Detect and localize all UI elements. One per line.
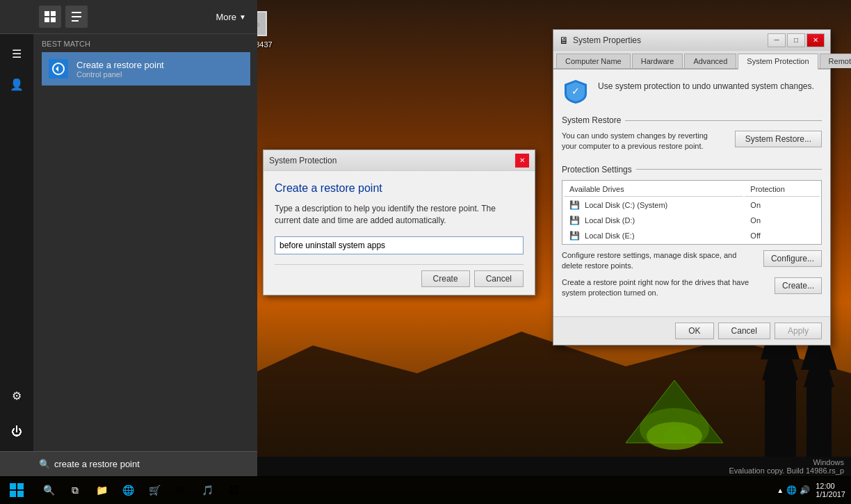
drive-icon-1: 💾 [569,200,580,210]
shield-description: Use system protection to undo unwanted s… [598,78,814,92]
system-protection-heading: Create a restore point [275,182,524,195]
cancel-sys-btn[interactable]: Cancel [718,323,770,339]
best-match-title: Create a restore point [76,60,164,70]
tab-system-protection[interactable]: System Protection [738,54,818,70]
system-properties-tabs: Computer Name Hardware Advanced System P… [553,51,830,70]
protection-settings-label: Protection Settings [562,165,632,174]
best-match-item[interactable]: Create a restore point Control panel [42,52,250,86]
section-line-1 [625,120,822,121]
taskbar-icons: 🔍 ⧉ 📁 🌐 🛒 ✉ 🎵 🖼 [33,478,777,503]
system-properties-window: 🖥 System Properties ─ □ ✕ Computer Name … [553,29,831,346]
system-restore-btn[interactable]: System Restore... [735,131,822,147]
system-properties-body: ✓ Use system protection to undo unwanted… [553,70,830,312]
system-properties-footer: OK Cancel Apply [553,316,830,345]
sidebar-icon-settings[interactable]: ⚙ [3,382,31,409]
watermark-line2: Evaluation copy. Build 14986.rs_p [729,466,844,475]
taskbar-store-icon[interactable]: 🛒 [142,478,167,503]
system-restore-label: System Restore [562,115,621,125]
taskbar-arrow-icon[interactable]: ▲ [777,487,784,494]
system-protection-dialog: System Protection ✕ Create a restore poi… [263,149,535,295]
start-panel: More ▼ Best match Create a restore point… [0,0,257,476]
start-button[interactable] [0,476,33,504]
protection-cell-3: Off [745,229,820,243]
panel-icon-2[interactable] [65,6,88,28]
taskbar-clock[interactable]: 12:001/1/2017 [816,482,845,498]
table-row[interactable]: 💾 Local Disk (E:) Off [564,229,820,243]
taskbar-music-icon[interactable]: 🎵 [195,478,220,503]
table-row[interactable]: 💾 Local Disk (C:) (System) On [564,198,820,212]
taskbar-search-icon[interactable]: 🔍 [36,478,61,503]
svg-text:✓: ✓ [572,86,580,97]
svg-rect-39 [51,11,56,16]
svg-rect-42 [72,12,81,13]
svg-rect-44 [72,20,79,22]
taskbar-task-view-icon[interactable]: ⧉ [63,478,88,503]
cancel-restore-btn[interactable]: Cancel [474,270,524,287]
taskbar-mail-icon[interactable]: ✉ [168,478,193,503]
restore-point-icon [47,58,70,80]
system-protection-titlebar: System Protection ✕ [264,150,535,171]
svg-rect-43 [72,16,81,17]
taskbar-network-icon[interactable]: 🌐 [786,485,797,495]
best-match-subtitle: Control panel [76,70,164,79]
start-more-btn[interactable]: More ▼ [216,12,252,22]
best-match-label: Best match [42,40,249,48]
svg-rect-38 [44,11,49,16]
tab-remote[interactable]: Remote [820,54,851,68]
drive-icon-2: 💾 [569,216,580,225]
system-protection-title: System Protection [269,156,515,165]
drive-cell-2: 💾 Local Disk (D:) [564,213,743,227]
system-protection-close-btn[interactable]: ✕ [515,154,529,168]
table-row[interactable]: 💾 Local Disk (D:) On [564,213,820,227]
taskbar-edge-icon[interactable]: 🌐 [115,478,140,503]
taskbar-volume-icon[interactable]: 🔊 [800,485,810,495]
system-restore-header: ✓ Use system protection to undo unwanted… [562,78,822,106]
window-controls: ─ □ ✕ [768,33,825,47]
taskbar-explorer-icon[interactable]: 📁 [89,478,114,503]
ok-btn[interactable]: OK [675,323,713,339]
apply-btn[interactable]: Apply [775,323,822,339]
more-label: More [216,12,236,22]
dialog-buttons: Create Cancel [275,264,524,293]
system-protection-content: Create a restore point Type a descriptio… [264,171,535,304]
tab-hardware[interactable]: Hardware [632,54,683,68]
taskbar-right: ▲ 🌐 🔊 12:001/1/2017 [777,482,851,498]
col-protection: Protection [745,182,820,197]
minimize-btn[interactable]: ─ [768,33,786,47]
drive-cell-3: 💾 Local Disk (E:) [564,229,743,243]
restore-point-description-input[interactable] [275,236,524,254]
configure-text: Configure restore settings, manage disk … [562,250,758,272]
configure-btn[interactable]: Configure... [763,250,822,267]
protection-table: Available Drives Protection 💾 Local Disk… [562,180,822,245]
tab-advanced[interactable]: Advanced [684,54,736,68]
taskbar-photos-icon[interactable]: 🖼 [221,478,246,503]
best-match-section: Best match Create a restore point Contro… [0,34,257,91]
col-available-drives: Available Drives [564,182,743,197]
taskbar: 🔍 ⧉ 📁 🌐 🛒 ✉ 🎵 🖼 ▲ 🌐 🔊 12:001/1/2017 [0,476,851,504]
system-properties-icon: 🖥 [559,35,569,46]
start-panel-top: More ▼ [0,0,257,34]
desktop: Z Zalo >_ code bt C:\ CygwinTerminal [0,0,851,504]
tab-computer-name[interactable]: Computer Name [556,54,631,68]
sidebar-icon-user[interactable]: 👤 [3,70,31,98]
close-btn[interactable]: ✕ [807,33,825,47]
protection-settings-divider: Protection Settings [562,165,822,174]
create-now-btn[interactable]: Create... [775,277,822,294]
sidebar-icon-menu[interactable]: ☰ [3,40,31,67]
create-text: Create a restore point right now for the… [562,277,769,299]
svg-rect-41 [51,17,56,22]
section-line-2 [636,169,822,170]
shield-icon: ✓ [562,78,590,106]
protection-cell-2: On [745,213,820,227]
svg-rect-40 [44,17,49,22]
system-restore-divider: System Restore [562,115,822,125]
sidebar-icon-power[interactable]: ⏻ [3,418,31,446]
protection-cell-1: On [745,198,820,212]
create-btn[interactable]: Create [421,270,470,287]
start-panel-content [0,91,257,476]
maximize-btn[interactable]: □ [787,33,805,47]
panel-icon-1[interactable] [39,6,61,28]
restore-description-row: System Restore... You can undo system ch… [562,131,822,159]
search-input[interactable] [54,459,250,469]
best-match-text: Create a restore point Control panel [76,60,164,79]
